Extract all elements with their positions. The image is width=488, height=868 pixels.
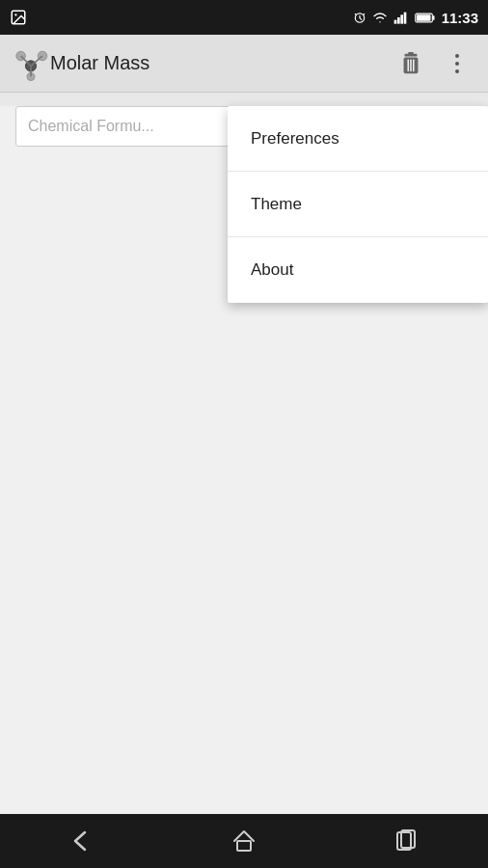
dropdown-menu: Preferences Theme About: [228, 106, 488, 303]
status-bar-left: [10, 9, 27, 26]
status-time: 11:33: [442, 10, 478, 26]
delete-button[interactable]: [392, 44, 430, 83]
alarm-icon: [353, 11, 366, 24]
menu-item-theme[interactable]: Theme: [228, 172, 488, 237]
menu-item-preferences-label: Preferences: [251, 129, 339, 149]
nav-recents-button[interactable]: [378, 822, 436, 860]
back-icon: [68, 830, 95, 852]
home-icon: [230, 827, 258, 854]
svg-rect-23: [237, 841, 251, 851]
status-bar: 11:33: [0, 0, 488, 35]
search-placeholder: Chemical Formu...: [28, 118, 154, 135]
app-bar: Molar Mass: [0, 35, 488, 93]
app-title: Molar Mass: [50, 52, 392, 74]
menu-item-about[interactable]: About: [228, 237, 488, 303]
svg-rect-8: [432, 15, 434, 19]
more-button[interactable]: [438, 44, 476, 83]
app-logo: [12, 44, 50, 83]
svg-rect-18: [408, 51, 414, 54]
nav-home-button[interactable]: [215, 822, 273, 860]
menu-item-about-label: About: [251, 260, 293, 280]
svg-point-1: [14, 14, 16, 15]
main-content: Chemical Formu... Preferences Theme Abou…: [0, 106, 488, 827]
nav-back-button[interactable]: [52, 822, 110, 860]
svg-rect-3: [393, 20, 396, 24]
svg-rect-6: [403, 13, 406, 24]
svg-rect-4: [397, 17, 400, 24]
app-bar-actions: [392, 44, 476, 83]
signal-icon: [393, 11, 409, 24]
status-bar-right: 11:33: [353, 10, 478, 26]
battery-icon: [415, 12, 436, 24]
svg-rect-9: [416, 14, 430, 21]
image-icon: [10, 9, 27, 26]
wifi-icon: [372, 11, 388, 24]
recents-icon: [393, 828, 420, 854]
nav-bar: [0, 814, 488, 868]
menu-item-preferences[interactable]: Preferences: [228, 106, 488, 172]
svg-rect-5: [400, 14, 403, 23]
more-dots-icon: [455, 54, 459, 73]
menu-item-theme-label: Theme: [251, 195, 302, 214]
trash-icon: [399, 51, 422, 76]
